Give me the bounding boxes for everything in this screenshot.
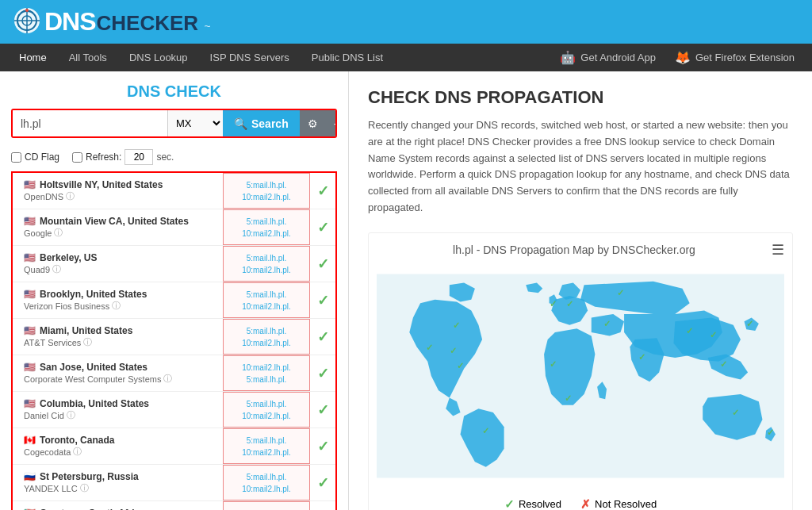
- search-button[interactable]: 🔍 Search: [223, 110, 300, 136]
- result-dns-records: 5:mail.lh.pl.10:mail2.lh.pl.: [223, 319, 310, 355]
- result-location: 🇷🇺 St Petersburg, Russia: [24, 471, 212, 482]
- logo: DNS CHECKER ~: [44, 7, 210, 36]
- result-provider: Google ⓘ: [24, 227, 212, 239]
- result-status: ✓: [310, 319, 335, 355]
- result-provider: OpenDNS ⓘ: [24, 190, 212, 202]
- map-menu-icon[interactable]: ☰: [772, 241, 784, 259]
- nav-item-isp-dns[interactable]: ISP DNS Servers: [199, 45, 301, 70]
- flag-icon: 🇺🇸: [24, 398, 36, 409]
- nav-item-public-dns[interactable]: Public DNS List: [301, 45, 394, 70]
- result-dns-records: 5:mail.lh.pl.10:mail2.lh.pl.: [223, 392, 310, 428]
- flag-icon: 🇺🇸: [24, 216, 36, 227]
- svg-text:✓: ✓: [565, 393, 572, 403]
- svg-text:✓: ✓: [566, 299, 573, 309]
- info-icon[interactable]: ⓘ: [83, 336, 92, 348]
- flag-icon: 🇺🇸: [24, 179, 36, 190]
- table-row: 🇺🇸 Holtsville NY, United StatesOpenDNS ⓘ…: [13, 173, 335, 209]
- logo-dns: DNS: [44, 7, 96, 36]
- table-row: 🇷🇺 St Petersburg, RussiaYANDEX LLC ⓘ5:ma…: [13, 465, 335, 501]
- check-icon: ✓: [317, 255, 329, 273]
- result-dns-records: 5:mail.lh.pl.10:mail2.lh.pl.: [223, 428, 310, 464]
- add-button[interactable]: +: [326, 110, 337, 136]
- table-row: 🇿🇦 Greytown, South AfricaTelkom SA Ltd ⓘ…: [13, 501, 335, 510]
- svg-text:✓: ✓: [720, 359, 727, 369]
- left-panel: DNS CHECK MX A AAAA CNAME NS TXT SOA PTR…: [0, 71, 349, 510]
- result-provider: Quad9 ⓘ: [24, 263, 212, 275]
- table-row: 🇨🇦 Toronto, CanadaCogecodata ⓘ5:mail.lh.…: [13, 428, 335, 465]
- result-dns-records: 5:mail.lh.pl.10:mail2.lh.pl.: [223, 209, 310, 245]
- info-icon[interactable]: ⓘ: [52, 263, 61, 275]
- nav-android-app[interactable]: 🤖 Get Android App: [550, 44, 665, 71]
- result-provider: Verizon Fios Business ⓘ: [24, 300, 212, 312]
- svg-text:✓: ✓: [550, 299, 557, 309]
- flag-icon: 🇺🇸: [24, 252, 36, 263]
- svg-text:✓: ✓: [746, 318, 753, 328]
- svg-point-5: [25, 9, 29, 12]
- check-icon: ✓: [317, 474, 329, 492]
- info-icon[interactable]: ⓘ: [73, 446, 82, 458]
- dns-check-title: DNS CHECK: [0, 71, 348, 109]
- result-provider: Cogecodata ⓘ: [24, 446, 212, 458]
- svg-text:✓: ✓: [638, 352, 645, 362]
- not-resolved-icon: ✗: [580, 497, 591, 510]
- settings-button[interactable]: ⚙: [300, 110, 326, 136]
- result-location: 🇺🇸 Brooklyn, United States: [24, 289, 212, 300]
- result-provider: Corporate West Computer Systems ⓘ: [24, 373, 212, 385]
- search-input[interactable]: [13, 110, 167, 136]
- info-icon[interactable]: ⓘ: [54, 227, 63, 239]
- result-status: ✓: [310, 392, 335, 428]
- map-title-bar: lh.pl - DNS Propagation Map by DNSChecke…: [377, 241, 784, 259]
- search-box: MX A AAAA CNAME NS TXT SOA PTR 🔍 Search …: [11, 109, 337, 138]
- android-icon: 🤖: [560, 50, 576, 65]
- table-row: 🇺🇸 Miami, United StatesAT&T Services ⓘ5:…: [13, 319, 335, 355]
- nav-firefox-ext[interactable]: 🦊 Get Firefox Extension: [665, 44, 804, 71]
- result-location: 🇨🇦 Toronto, Canada: [24, 435, 212, 446]
- svg-text:✓: ✓: [686, 326, 693, 336]
- check-icon: ✓: [317, 292, 329, 309]
- nav-item-all-tools[interactable]: All Tools: [58, 45, 118, 70]
- nav-item-home[interactable]: Home: [8, 45, 58, 70]
- logo-tagline: ~: [204, 20, 210, 33]
- info-icon[interactable]: ⓘ: [163, 373, 172, 385]
- info-icon[interactable]: ⓘ: [112, 300, 121, 312]
- logo-icon: [13, 6, 41, 37]
- cd-flag-label[interactable]: CD Flag: [11, 151, 59, 163]
- info-icon[interactable]: ⓘ: [66, 190, 75, 202]
- result-status: ✓: [310, 355, 335, 391]
- info-icon[interactable]: ⓘ: [67, 409, 75, 421]
- result-location: 🇺🇸 San Jose, United States: [24, 362, 212, 373]
- flag-icon: 🇺🇸: [24, 289, 36, 300]
- table-row: 🇺🇸 San Jose, United StatesCorporate West…: [13, 355, 335, 392]
- svg-text:✓: ✓: [482, 426, 489, 435]
- firefox-icon: 🦊: [675, 50, 691, 65]
- refresh-checkbox[interactable]: [72, 152, 82, 163]
- table-row: 🇺🇸 Berkeley, USQuad9 ⓘ5:mail.lh.pl.10:ma…: [13, 246, 335, 282]
- check-icon: ✓: [317, 328, 329, 346]
- result-status: ✓: [310, 209, 335, 245]
- flag-icon: 🇺🇸: [24, 325, 36, 336]
- result-dns-records: 5:mail.lh.pl.10:mail2.lh.pl.: [223, 173, 310, 209]
- result-provider: AT&T Services ⓘ: [24, 336, 212, 348]
- svg-text:✓: ✓: [617, 288, 624, 297]
- legend-not-resolved: ✗ Not Resolved: [580, 497, 657, 510]
- svg-text:✓: ✓: [426, 343, 433, 352]
- check-icon: ✓: [317, 401, 329, 419]
- search-icon: 🔍: [234, 117, 247, 130]
- flag-icon: 🇺🇸: [24, 362, 36, 373]
- search-area: MX A AAAA CNAME NS TXT SOA PTR 🔍 Search …: [0, 109, 348, 146]
- check-icon: ✓: [317, 438, 329, 455]
- header: DNS CHECKER ~: [0, 0, 812, 44]
- results-wrapper: 🇺🇸 Holtsville NY, United StatesOpenDNS ⓘ…: [11, 171, 337, 510]
- info-icon[interactable]: ⓘ: [80, 482, 89, 494]
- cd-flag-checkbox[interactable]: [11, 152, 21, 163]
- result-dns-records: 5:mail.lh.pl.10:mail2.lh.pl.: [223, 465, 310, 500]
- plus-icon: +: [334, 117, 337, 130]
- refresh-interval-input[interactable]: [124, 149, 153, 165]
- map-container: lh.pl - DNS Propagation Map by DNSChecke…: [368, 232, 793, 510]
- nav-item-dns-lookup[interactable]: DNS Lookup: [118, 45, 199, 70]
- result-dns-records: 10:mail2.lh.pl.5:mail.lh.pl.: [223, 355, 310, 391]
- flag-icon: 🇷🇺: [24, 471, 36, 482]
- record-type-select[interactable]: MX A AAAA CNAME NS TXT SOA PTR: [167, 110, 223, 136]
- svg-text:✓: ✓: [732, 408, 739, 417]
- svg-text:✓: ✓: [453, 320, 460, 330]
